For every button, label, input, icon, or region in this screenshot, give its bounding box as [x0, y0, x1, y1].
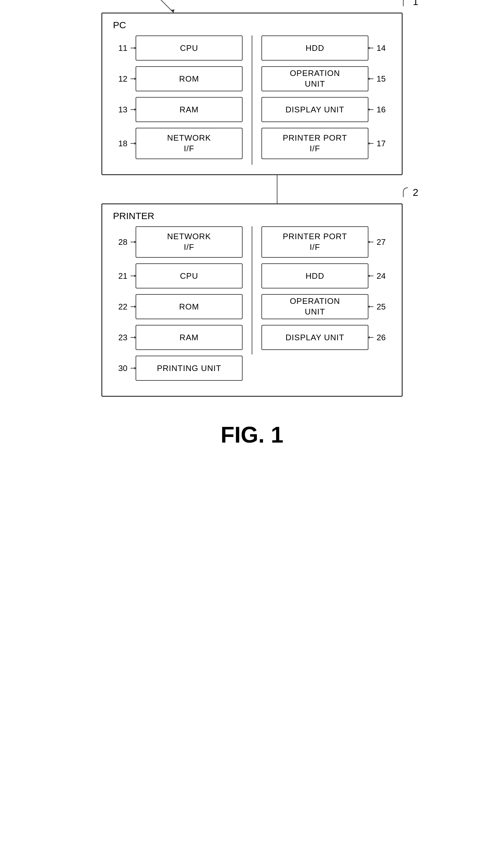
printer-center-col	[243, 226, 261, 386]
pc-ram-row: 13 RAM	[112, 97, 243, 122]
printer-opunit-box: OPERATION UNIT	[261, 294, 368, 319]
printer-network-box: NETWORK I/F	[136, 226, 243, 258]
printer-ref-30: 30	[112, 364, 127, 373]
svg-marker-13	[368, 78, 370, 80]
pc-printerport-box: PRINTER PORT I/F	[261, 128, 368, 159]
printer-ref-22: 22	[112, 302, 127, 312]
printer-ref-27: 27	[377, 237, 392, 247]
printer-ref-21: 21	[112, 271, 127, 281]
pc-rom-box: ROM	[136, 66, 243, 91]
printer-rom-row: 22 ROM	[112, 294, 243, 319]
pc-network-box: NETWORK I/F	[136, 128, 243, 159]
printer-box: PRINTER 28 NETWORK I/F 21	[101, 203, 403, 397]
pc-left-col: 11 CPU 12 ROM	[112, 36, 243, 165]
pc-hdd-box: HDD	[261, 36, 368, 60]
pc-ram-box: RAM	[136, 97, 243, 122]
pc-rom-row: 12 ROM	[112, 66, 243, 91]
printer-ref-25: 25	[377, 302, 392, 312]
printer-ram-box: RAM	[136, 325, 243, 350]
printer-ref-28: 28	[112, 237, 127, 247]
label-2: 2	[413, 187, 418, 199]
pc-ref-17: 17	[377, 139, 392, 149]
pc-right-col: HDD 14 OPERATION UNIT 15	[261, 36, 392, 165]
fig-caption: FIG. 1	[221, 422, 283, 448]
printer-printunit-row: 30 PRINTING UNIT	[112, 356, 243, 381]
printer-ref-23: 23	[112, 333, 127, 342]
printer-hdd-box: HDD	[261, 263, 368, 288]
printer-right-col: PRINTER PORT I/F 27 HDD 24	[261, 226, 392, 386]
printer-opunit-row: OPERATION UNIT 25	[261, 294, 392, 319]
diagram-container: 100 1 PC 11	[79, 13, 425, 448]
pc-cpu-row: 11 CPU	[112, 36, 243, 60]
pc-wrapper: 100 1 PC 11	[101, 13, 403, 175]
printer-display-box: DISPLAY UNIT	[261, 325, 368, 350]
printer-hdd-row: HDD 24	[261, 263, 392, 288]
pc-ref-11: 11	[112, 43, 127, 53]
pc-ref-12: 12	[112, 74, 127, 84]
printer-wrapper: 2 PRINTER 28 NETWORK I/F	[101, 203, 403, 397]
printer-center-line	[252, 226, 252, 354]
printer-printerport-row: PRINTER PORT I/F 27	[261, 226, 392, 258]
printer-ref-24: 24	[377, 271, 392, 281]
printer-cpu-row: 21 CPU	[112, 263, 243, 288]
pc-opunit-box: OPERATION UNIT	[261, 66, 368, 91]
printer-ref-26: 26	[377, 333, 392, 342]
pc-ref-18: 18	[112, 139, 127, 149]
pc-network-row: 18 NETWORK I/F	[112, 128, 243, 159]
pc-hdd-row: HDD 14	[261, 36, 392, 60]
printer-printunit-box: PRINTING UNIT	[136, 356, 243, 381]
svg-marker-33	[368, 305, 370, 308]
pc-display-row: DISPLAY UNIT 16	[261, 97, 392, 122]
svg-marker-11	[368, 47, 370, 49]
printer-printerport-box: PRINTER PORT I/F	[261, 226, 368, 258]
svg-marker-15	[368, 108, 370, 111]
printer-display-row: DISPLAY UNIT 26	[261, 325, 392, 350]
pc-box: PC 11 CPU 12	[101, 13, 403, 175]
svg-marker-29	[368, 241, 370, 243]
pc-opunit-row: OPERATION UNIT 15	[261, 66, 392, 91]
pc-printerport-row: PRINTER PORT I/F 17	[261, 128, 392, 159]
printer-cpu-box: CPU	[136, 263, 243, 288]
pc-ref-15: 15	[377, 74, 392, 84]
printer-rom-box: ROM	[136, 294, 243, 319]
printer-title: PRINTER	[112, 210, 392, 221]
pc-title: PC	[112, 20, 392, 30]
pc-ref-13: 13	[112, 105, 127, 114]
label-1: 1	[413, 0, 418, 8]
pc-cpu-box: CPU	[136, 36, 243, 60]
printer-ram-row: 23 RAM	[112, 325, 243, 350]
pc-center-line	[252, 36, 252, 165]
pc-center-col	[243, 36, 261, 165]
svg-marker-35	[368, 336, 370, 339]
svg-marker-17	[368, 142, 370, 145]
pc-ref-16: 16	[377, 105, 392, 114]
inter-connector	[277, 175, 277, 203]
pc-display-box: DISPLAY UNIT	[261, 97, 368, 122]
printer-left-col: 28 NETWORK I/F 21 CPU	[112, 226, 243, 386]
svg-marker-31	[368, 275, 370, 277]
pc-ref-14: 14	[377, 43, 392, 53]
printer-network-row: 28 NETWORK I/F	[112, 226, 243, 258]
